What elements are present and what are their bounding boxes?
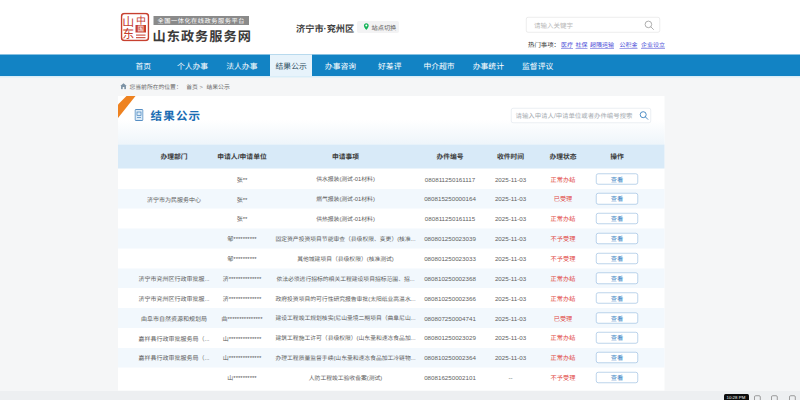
svg-text:国: 国 [138, 23, 145, 33]
svg-text:东: 东 [122, 24, 134, 41]
